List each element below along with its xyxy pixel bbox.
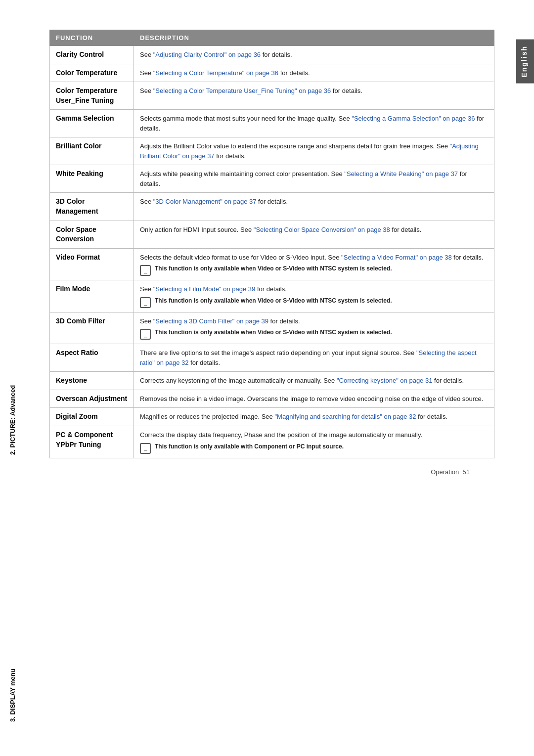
table-row: Digital ZoomMagnifies or reduces the pro…: [50, 408, 494, 426]
table-row: KeystoneCorrects any keystoning of the i…: [50, 372, 494, 390]
reference-link-1[interactable]: "Selecting a Color Temperature" on page …: [153, 69, 278, 77]
side-tab-english: English: [516, 40, 534, 84]
description-cell-5: Adjusts white peaking while maintaining …: [134, 165, 494, 193]
reference-link-5[interactable]: "Selecting a White Peaking" on page 37: [344, 170, 458, 178]
table-row: Video FormatSelects the default video fo…: [50, 248, 494, 280]
function-cell-2: Color Temperature User_Fine Tuning: [50, 82, 134, 110]
description-cell-0: See "Adjusting Clarity Control" on page …: [134, 46, 494, 64]
footer-page-number: 51: [463, 468, 470, 476]
function-cell-0: Clarity Control: [50, 46, 134, 64]
footer: Operation 51: [30, 458, 494, 476]
table-row: Overscan AdjustmentRemoves the noise in …: [50, 390, 494, 408]
table-row: PC & Component YPbPr TuningCorrects the …: [50, 426, 494, 458]
function-cell-13: Overscan Adjustment: [50, 390, 134, 408]
description-cell-2: See "Selecting a Color Temperature User_…: [134, 82, 494, 110]
table-row: Color Space ConversionOnly action for HD…: [50, 221, 494, 248]
table-row: White PeakingAdjusts white peaking while…: [50, 165, 494, 193]
note-icon-15-0: ⎯: [140, 443, 151, 454]
note-icon-9-0: ⎯: [140, 297, 151, 308]
description-cell-14: Magnifies or reduces the projected image…: [134, 408, 494, 426]
reference-link-4[interactable]: "Adjusting Brilliant Color" on page 37: [140, 142, 479, 160]
description-cell-11: There are five options to set the image'…: [134, 344, 494, 372]
header-function: FUNCTION: [50, 30, 134, 46]
reference-link-6[interactable]: "3D Color Management" on page 37: [153, 198, 257, 205]
reference-link-9[interactable]: "Selecting a Film Mode" on page 39: [153, 285, 256, 293]
note-text-9-0: This function is only available when Vid…: [155, 296, 392, 305]
function-cell-1: Color Temperature: [50, 64, 134, 82]
description-cell-15: Corrects the display data frequency, Pha…: [134, 426, 494, 458]
header-description: DESCRIPTION: [134, 30, 494, 46]
table-row: Film ModeSee "Selecting a Film Mode" on …: [50, 280, 494, 312]
note-box-8-0: ⎯ This function is only available when V…: [140, 264, 488, 276]
function-cell-5: White Peaking: [50, 165, 134, 193]
note-box-10-0: ⎯ This function is only available when V…: [140, 328, 488, 340]
reference-link-10[interactable]: "Selecting a 3D Comb Filter" on page 39: [153, 317, 268, 325]
function-cell-9: Film Mode: [50, 280, 134, 312]
sidebar-label-picture: 2. PICTURE: Advanced: [9, 109, 16, 455]
reference-link-3[interactable]: "Selecting a Gamma Selection" on page 36: [352, 115, 475, 122]
function-cell-6: 3D Color Management: [50, 193, 134, 221]
reference-link-8[interactable]: "Selecting a Video Format" on page 38: [341, 254, 452, 261]
main-table: FUNCTION DESCRIPTION Clarity ControlSee …: [49, 30, 494, 458]
reference-link-0[interactable]: "Adjusting Clarity Control" on page 36: [153, 51, 261, 58]
reference-link-2[interactable]: "Selecting a Color Temperature User_Fine…: [153, 87, 331, 94]
note-box-9-0: ⎯ This function is only available when V…: [140, 296, 488, 308]
table-row: Aspect RatioThere are five options to se…: [50, 344, 494, 372]
function-cell-10: 3D Comb Filter: [50, 312, 134, 344]
note-text-8-0: This function is only available when Vid…: [155, 264, 392, 273]
reference-link-12[interactable]: "Correcting keystone" on page 31: [337, 377, 433, 384]
function-cell-14: Digital Zoom: [50, 408, 134, 426]
description-cell-13: Removes the noise in a video image. Over…: [134, 390, 494, 408]
description-cell-9: See "Selecting a Film Mode" on page 39 f…: [134, 280, 494, 312]
table-row: Color Temperature User_Fine TuningSee "S…: [50, 82, 494, 110]
note-icon-8-0: ⎯: [140, 265, 151, 276]
reference-link-14[interactable]: "Magnifying and searching for details" o…: [274, 413, 416, 420]
function-cell-11: Aspect Ratio: [50, 344, 134, 372]
sidebar-label-display: 3. DISPLAY menu: [9, 524, 16, 722]
function-cell-12: Keystone: [50, 372, 134, 390]
table-row: Clarity ControlSee "Adjusting Clarity Co…: [50, 46, 494, 64]
description-cell-7: Only action for HDMI Input source. See "…: [134, 221, 494, 248]
function-cell-3: Gamma Selection: [50, 110, 134, 137]
description-cell-8: Selects the default video format to use …: [134, 248, 494, 280]
description-cell-10: See "Selecting a 3D Comb Filter" on page…: [134, 312, 494, 344]
function-cell-8: Video Format: [50, 248, 134, 280]
note-text-15-0: This function is only available with Com…: [155, 442, 344, 451]
table-row: 3D Color ManagementSee "3D Color Managem…: [50, 193, 494, 221]
note-icon-10-0: ⎯: [140, 329, 151, 340]
reference-link-7[interactable]: "Selecting Color Space Conversion" on pa…: [254, 226, 390, 233]
function-cell-7: Color Space Conversion: [50, 221, 134, 248]
function-cell-15: PC & Component YPbPr Tuning: [50, 426, 134, 458]
function-cell-4: Brilliant Color: [50, 137, 134, 165]
footer-operation: Operation: [431, 468, 459, 476]
table-row: Gamma SelectionSelects gamma mode that m…: [50, 110, 494, 137]
description-cell-1: See "Selecting a Color Temperature" on p…: [134, 64, 494, 82]
description-cell-12: Corrects any keystoning of the image aut…: [134, 372, 494, 390]
table-row: Color TemperatureSee "Selecting a Color …: [50, 64, 494, 82]
table-row: 3D Comb FilterSee "Selecting a 3D Comb F…: [50, 312, 494, 344]
description-cell-3: Selects gamma mode that most suits your …: [134, 110, 494, 137]
description-cell-6: See "3D Color Management" on page 37 for…: [134, 193, 494, 221]
note-text-10-0: This function is only available when Vid…: [155, 328, 392, 337]
description-cell-4: Adjusts the Brilliant Color value to ext…: [134, 137, 494, 165]
reference-link-11[interactable]: "Selecting the aspect ratio" on page 32: [140, 349, 477, 366]
note-box-15-0: ⎯ This function is only available with C…: [140, 442, 488, 454]
page-container: English 2. PICTURE: Advanced 3. DISPLAY …: [0, 0, 534, 756]
table-row: Brilliant ColorAdjusts the Brilliant Col…: [50, 137, 494, 165]
